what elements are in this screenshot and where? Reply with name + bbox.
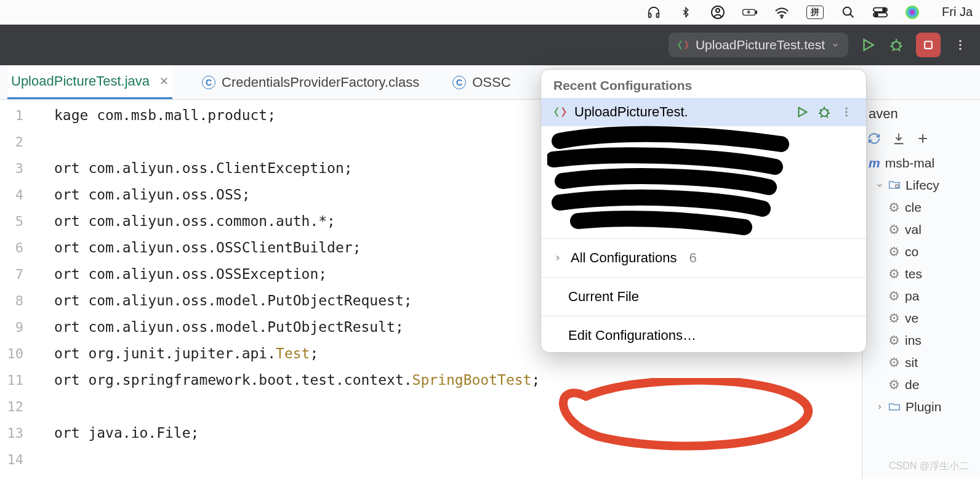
maven-toolbar [862, 128, 980, 152]
svg-point-22 [845, 115, 847, 116]
class-icon: C [452, 76, 466, 89]
svg-point-9 [883, 8, 886, 11]
lifecycle-goal[interactable]: ⚙pa [862, 285, 980, 307]
input-method-icon[interactable]: 拼 [806, 6, 824, 19]
chevron-right-icon [553, 254, 562, 262]
bluetooth-icon[interactable] [678, 5, 693, 20]
all-configurations-row[interactable]: All Configurations 6 [541, 241, 866, 275]
svg-point-17 [959, 48, 962, 50]
chevron-down-icon [876, 182, 883, 189]
lifecycle-goal[interactable]: ⚙de [862, 374, 980, 396]
lifecycle-goal[interactable]: ⚙sit [862, 352, 980, 374]
tab-upload-picture-test[interactable]: UploadPictureTest.java ✕ [7, 65, 172, 99]
svg-point-11 [875, 13, 878, 16]
run-config-label: UploadPictureTest.test [696, 38, 825, 52]
svg-rect-0 [649, 13, 651, 17]
user-icon[interactable] [710, 5, 725, 20]
tab-label: UploadPictureTest.java [11, 73, 150, 89]
svg-point-13 [893, 42, 901, 50]
watermark: CSDN @浮生小二 [889, 460, 969, 473]
gear-icon: ⚙ [888, 244, 900, 259]
lifecycle-goal[interactable]: ⚙val [862, 219, 980, 241]
plugins-node[interactable]: Plugin [862, 396, 980, 418]
run-config-popup: Recent Configurations UploadPictureTest.… [540, 69, 867, 353]
svg-point-7 [843, 7, 851, 15]
lifecycle-goal[interactable]: ⚙ins [862, 329, 980, 352]
date-time[interactable]: Fri Ja [942, 5, 973, 19]
stop-button[interactable] [916, 33, 941, 57]
spotlight-icon[interactable] [841, 5, 856, 20]
svg-point-6 [781, 17, 782, 18]
maven-m-icon: m [869, 156, 880, 171]
folder-icon [888, 400, 901, 414]
debug-icon[interactable] [817, 105, 832, 119]
run-config-selector[interactable]: UploadPictureTest.test [669, 33, 848, 57]
current-file-label: Current File [568, 289, 639, 305]
tab-ossc[interactable]: C OSSC [449, 65, 514, 99]
test-config-icon [553, 105, 567, 119]
more-icon[interactable] [839, 105, 854, 119]
ide-toolbar: UploadPictureTest.test [0, 25, 980, 65]
maven-title: aven [862, 100, 980, 128]
gear-icon: ⚙ [888, 311, 900, 326]
svg-point-3 [716, 9, 720, 12]
svg-point-18 [896, 185, 899, 188]
run-icon[interactable] [795, 105, 809, 119]
macos-menubar: 拼 Fri Ja [0, 0, 980, 25]
maven-project-node[interactable]: m msb-mal [862, 152, 980, 174]
svg-point-21 [845, 111, 847, 113]
gear-icon: ⚙ [888, 267, 900, 281]
svg-point-16 [959, 44, 962, 46]
lifecycle-goal[interactable]: ⚙ve [862, 307, 980, 329]
gear-icon: ⚙ [888, 377, 900, 392]
current-file-row[interactable]: Current File [541, 280, 866, 313]
more-actions-icon[interactable] [952, 36, 969, 54]
folder-gear-icon [888, 178, 901, 193]
all-configs-label: All Configurations [571, 250, 677, 266]
download-icon[interactable] [892, 132, 906, 148]
redacted-items [541, 129, 866, 233]
edit-configs-label: Edit Configurations… [568, 328, 696, 344]
svg-rect-5 [756, 11, 757, 14]
battery-icon[interactable] [742, 5, 757, 20]
line-gutter: 1234567891011121314 [0, 100, 30, 479]
svg-point-20 [845, 108, 847, 110]
svg-rect-1 [657, 13, 659, 17]
gear-icon: ⚙ [888, 200, 900, 215]
maven-tool-window: aven m msb-mal Lifecy ⚙cle ⚙val ⚙co ⚙tes… [862, 100, 980, 479]
tab-label: CredentialsProviderFactory.class [222, 74, 419, 91]
lifecycle-goal[interactable]: ⚙co [862, 241, 980, 263]
gear-icon: ⚙ [888, 289, 900, 304]
edit-configurations-row[interactable]: Edit Configurations… [541, 319, 866, 352]
gear-icon: ⚙ [888, 355, 900, 370]
all-configs-count: 6 [689, 250, 696, 266]
lifecycle-goal[interactable]: ⚙tes [862, 263, 980, 285]
run-button[interactable] [859, 36, 877, 54]
svg-rect-14 [925, 41, 932, 49]
chevron-right-icon [876, 403, 883, 411]
lifecycle-goal[interactable]: ⚙cle [862, 196, 980, 219]
debug-button[interactable] [888, 36, 905, 54]
class-icon: C [202, 76, 215, 89]
gear-icon: ⚙ [888, 333, 900, 348]
headphones-icon[interactable] [646, 5, 661, 20]
tab-label: OSSC [472, 74, 510, 91]
svg-point-15 [959, 40, 962, 42]
control-center-icon[interactable] [873, 5, 888, 20]
lifecycle-node[interactable]: Lifecy [862, 174, 980, 196]
svg-point-12 [906, 6, 919, 19]
popup-header: Recent Configurations [541, 70, 866, 98]
tab-credentials-provider-factory[interactable]: C CredentialsProviderFactory.class [198, 65, 423, 99]
svg-point-19 [821, 109, 828, 116]
config-name: UploadPictureTest. [574, 104, 787, 120]
close-icon[interactable]: ✕ [159, 74, 169, 88]
chevron-down-icon [831, 41, 840, 49]
add-icon[interactable] [917, 132, 929, 148]
wifi-icon[interactable] [774, 5, 789, 20]
reload-icon[interactable] [867, 132, 881, 148]
gear-icon: ⚙ [888, 222, 900, 237]
siri-icon[interactable] [905, 5, 920, 20]
